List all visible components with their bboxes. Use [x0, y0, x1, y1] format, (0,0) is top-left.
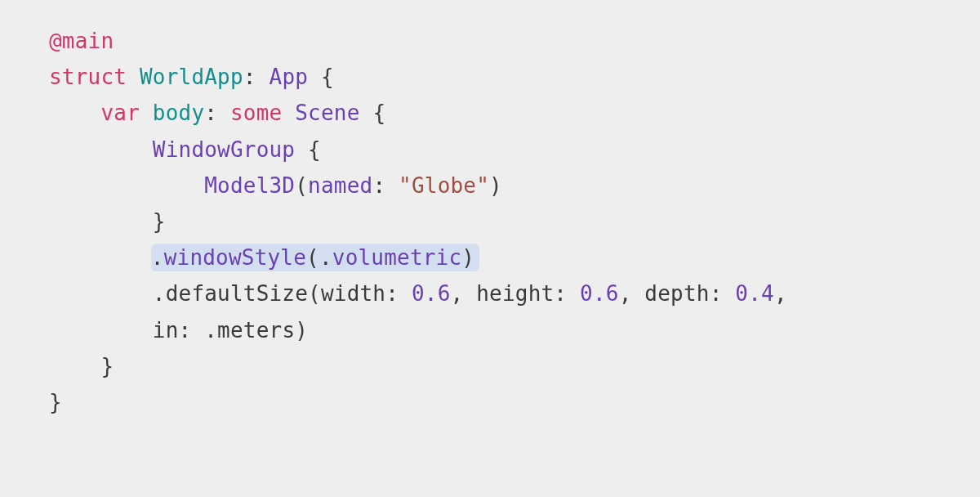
punct-dot: .: [153, 281, 166, 306]
punct-comma: ,: [451, 281, 477, 306]
arg-label-width: width: [321, 281, 385, 306]
punct-colon: : .: [179, 318, 218, 343]
keyword-var: var: [100, 101, 140, 125]
punct-colon: :: [554, 281, 580, 306]
arg-label-height: height: [476, 281, 554, 306]
type-worldapp: WorldApp: [140, 65, 243, 89]
keyword-struct: struct: [49, 65, 127, 89]
enum-volumetric: volumetric: [332, 245, 462, 270]
punct-brace-open: {: [360, 101, 386, 125]
punct-dot: .: [151, 245, 164, 270]
identifier-body: body: [153, 101, 204, 125]
punct-colon: :: [710, 281, 736, 306]
punct-paren-open: (.: [306, 245, 332, 270]
punct-paren-close: ): [461, 245, 474, 270]
number-width: 0.6: [412, 281, 451, 306]
punct-comma: ,: [619, 281, 645, 306]
punct-colon: :: [204, 101, 230, 125]
keyword-some: some: [230, 101, 282, 125]
punct-paren-open: (: [295, 173, 308, 198]
punct-brace-close: }: [100, 354, 114, 378]
attribute-main: @main: [49, 29, 114, 53]
punct-colon: :: [243, 65, 270, 89]
type-scene: Scene: [295, 101, 359, 125]
punct-comma: ,: [774, 281, 787, 306]
punct-brace-open: {: [308, 65, 334, 89]
punct-paren-close: ): [489, 173, 502, 198]
punct-colon: :: [385, 281, 412, 306]
string-globe: "Globe": [399, 173, 489, 198]
arg-label-in: in: [153, 318, 179, 343]
punct-brace-close: }: [153, 209, 166, 234]
type-app: App: [270, 65, 309, 89]
enum-meters: meters: [217, 318, 295, 343]
method-windowstyle: windowStyle: [164, 245, 306, 270]
punct-paren-open: (: [308, 281, 321, 306]
number-height: 0.6: [580, 281, 619, 306]
punct-brace-close: }: [49, 390, 62, 414]
punct-paren-close: ): [295, 318, 308, 343]
arg-label-depth: depth: [644, 281, 709, 306]
number-depth: 0.4: [735, 281, 774, 306]
method-defaultsize: defaultSize: [166, 281, 308, 306]
arg-label-named: named: [308, 173, 372, 198]
code-block: @main struct WorldApp: App { var body: s…: [0, 0, 980, 443]
type-model3d: Model3D: [204, 173, 295, 198]
punct-brace-open: {: [295, 137, 321, 162]
highlighted-line: .windowStyle(.volumetric): [151, 244, 479, 271]
punct-colon: :: [372, 173, 399, 198]
type-windowgroup: WindowGroup: [153, 137, 295, 162]
